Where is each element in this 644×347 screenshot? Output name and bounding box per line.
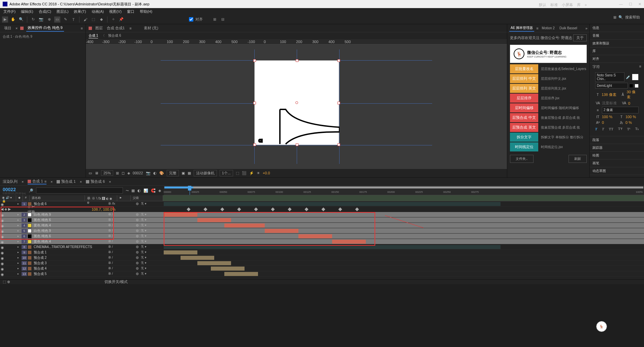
timeline-tab[interactable]: 预合成 6 xyxy=(86,179,105,184)
mask-icon[interactable]: ◻ xyxy=(122,171,125,175)
anchor-icon[interactable] xyxy=(337,143,340,146)
pickwhip-icon[interactable]: ⊚ xyxy=(136,229,139,233)
tab-project[interactable]: 项目 xyxy=(3,25,13,31)
brush-tool-icon[interactable]: 🖌 xyxy=(82,16,88,23)
layer-color-icon[interactable] xyxy=(28,240,32,244)
layer-switches[interactable]: 单 / xyxy=(108,250,135,254)
script-desc[interactable]: 层层排列英文.jsx xyxy=(538,86,587,91)
menu-item[interactable]: 动画(A) xyxy=(90,8,106,15)
baseline[interactable]: 0 xyxy=(602,120,617,125)
keyframe-icon[interactable] xyxy=(355,207,359,211)
keyframe-icon[interactable] xyxy=(187,207,190,211)
playhead[interactable] xyxy=(190,186,190,195)
parent-dropdown[interactable]: 无 ▾ xyxy=(139,239,163,244)
leading-value[interactable]: 30 像素 xyxy=(627,90,639,100)
menu-item[interactable]: 视图(V) xyxy=(107,8,124,15)
layer-switches[interactable]: 单 / xyxy=(108,261,135,265)
timecode[interactable]: 00022 xyxy=(3,187,26,192)
layer-row[interactable]: ◉▸4黄色 纯色 4单 /⊚无 ▾ xyxy=(0,223,644,228)
panel-menu-icon[interactable]: ≡ xyxy=(129,26,131,30)
camera-tool-icon[interactable]: 📷 xyxy=(38,16,44,23)
layer-bar[interactable] xyxy=(197,218,231,222)
close-tab-icon[interactable]: × xyxy=(80,180,82,184)
tab-motion2[interactable]: Motion 2 xyxy=(541,26,556,31)
panel-header[interactable]: 信息 xyxy=(590,24,644,32)
snap-mode2-icon[interactable]: ⊟ xyxy=(220,16,226,23)
weight-dropdown[interactable]: DemiLight xyxy=(595,83,628,89)
layer-name[interactable]: 黄色 纯色 4 xyxy=(32,223,107,228)
layer-row[interactable]: ◉▸11预合成 3单 /⊚无 ▾ xyxy=(0,261,644,266)
zoom-dropdown[interactable]: 25% xyxy=(101,170,113,176)
swap-color[interactable] xyxy=(635,84,639,88)
layer-color-icon[interactable] xyxy=(28,245,32,249)
layer-bar[interactable] xyxy=(164,213,197,217)
stroke-color[interactable] xyxy=(629,84,633,88)
layer-switches[interactable]: 单 / xyxy=(108,229,135,233)
layer-color-icon[interactable] xyxy=(28,213,32,217)
shy-icon[interactable]: ⤳ xyxy=(126,188,129,193)
script-button[interactable]: 层时间偏移 xyxy=(510,103,538,112)
parent-dropdown[interactable]: 无 ▾ xyxy=(139,218,163,222)
panel-header[interactable]: 段落 xyxy=(590,136,644,144)
layer-color-icon[interactable] xyxy=(28,250,32,254)
script-desc[interactable]: 批量层预合成 多层合成 批 xyxy=(538,125,587,130)
overflow-icon[interactable]: » xyxy=(585,3,587,7)
smallcaps-button[interactable]: Tᴛ xyxy=(617,126,624,132)
layer-color-icon[interactable] xyxy=(28,223,32,228)
parent-dropdown[interactable]: 无 ▾ xyxy=(139,261,163,265)
pickwhip-icon[interactable]: ⊚ xyxy=(136,266,139,271)
pickwhip-icon[interactable]: ⊚ xyxy=(136,261,139,265)
puppet-tool-icon[interactable]: 📌 xyxy=(118,16,124,23)
pickwhip-icon[interactable]: ⊚ xyxy=(136,218,139,222)
hand-tool-icon[interactable]: ✋ xyxy=(10,16,16,23)
folder-button[interactable]: 文件夹.. xyxy=(510,155,534,163)
layer-name[interactable]: 白色 纯色 9 xyxy=(32,229,107,233)
overflow-icon[interactable]: » xyxy=(585,26,587,30)
pickwhip-icon[interactable]: ⊚ xyxy=(136,212,139,217)
close-tab-icon[interactable]: × xyxy=(15,26,18,30)
pickwhip-icon[interactable]: ⊚ xyxy=(136,223,139,228)
device-icon[interactable]: 🖥 xyxy=(95,171,98,175)
keyframe-icon[interactable] xyxy=(304,207,308,211)
fast-icon[interactable]: ⚡ xyxy=(249,171,254,175)
transparency-icon[interactable]: ▦ xyxy=(188,171,191,175)
keyframe-icon[interactable] xyxy=(203,207,207,211)
layer-color-icon[interactable] xyxy=(28,218,32,222)
font-dropdown[interactable]: Noto Sans S Chin.. xyxy=(595,72,624,82)
script-desc[interactable]: 批量层预合成 多层合成 批 xyxy=(538,115,587,120)
panel-header[interactable]: 跟踪器 xyxy=(590,144,644,152)
layer-bar[interactable] xyxy=(224,272,258,276)
center-anchor-icon[interactable] xyxy=(295,101,298,104)
layer-bar[interactable] xyxy=(181,256,214,260)
layer-bar[interactable] xyxy=(298,234,332,238)
parent-dropdown[interactable]: 无 ▾ xyxy=(139,255,163,260)
close-tab-icon[interactable]: × xyxy=(22,180,24,184)
layer-color-icon[interactable] xyxy=(28,267,32,271)
panel-header[interactable]: 对齐 xyxy=(590,55,644,63)
refresh-button[interactable]: 刷新 xyxy=(569,155,587,163)
hscale[interactable]: 100 % xyxy=(625,115,636,119)
font-size[interactable]: 138 像素 xyxy=(602,92,619,97)
layer-track[interactable] xyxy=(164,266,644,271)
layer-track[interactable] xyxy=(164,212,644,217)
toggle-icon[interactable]: ⬚ ⊕ xyxy=(3,280,10,284)
workspace-tab[interactable]: 库 xyxy=(577,2,581,7)
layer-row[interactable]: ◉▸13预合成 5单 /⊚无 ▾ xyxy=(0,271,644,277)
fit-icon[interactable]: ▭ xyxy=(89,171,92,175)
layer-track[interactable] xyxy=(164,201,644,207)
layer-bar[interactable] xyxy=(332,240,366,244)
menu-item[interactable]: 窗口 xyxy=(125,8,136,15)
about-button[interactable]: 关于 xyxy=(573,34,587,41)
minimize-button[interactable]: — xyxy=(619,2,623,6)
snap-mode-icon[interactable]: ⊞ xyxy=(212,16,218,23)
parent-dropdown[interactable]: 无 ▾ xyxy=(139,245,163,249)
layer-track[interactable] xyxy=(164,228,644,234)
layer-track[interactable] xyxy=(164,244,644,250)
layer-bar[interactable] xyxy=(265,229,298,233)
layer-color-icon[interactable] xyxy=(28,261,32,265)
tab-footage[interactable]: 素材 (无) xyxy=(142,25,160,31)
tracking-value[interactable]: 0 xyxy=(628,101,630,105)
script-desc[interactable]: 层层排列中文.jsx xyxy=(538,76,587,81)
property-row[interactable]: ◀ ◈ ▶⊙ ⊢ 缩放108.7, 100.0% xyxy=(0,207,644,212)
layer-track[interactable] xyxy=(164,239,644,244)
